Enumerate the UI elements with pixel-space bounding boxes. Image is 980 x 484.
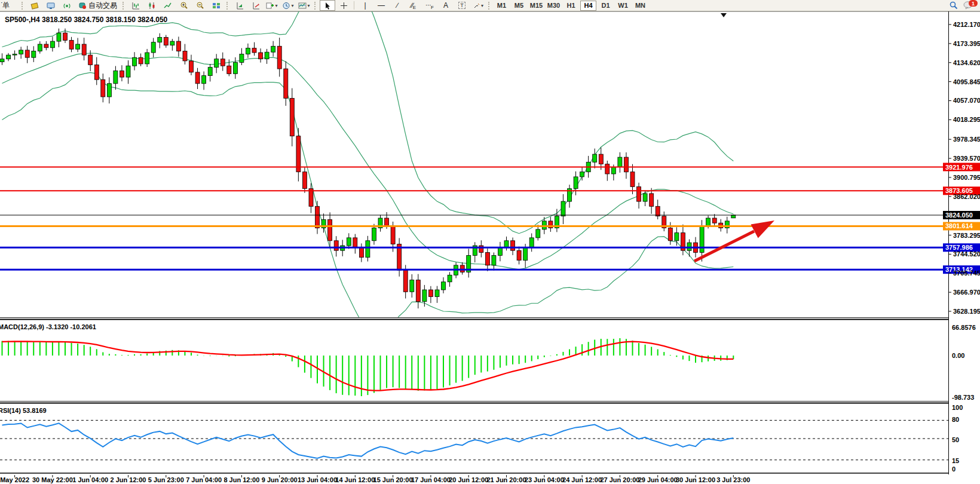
svg-text:3939.570: 3939.570 — [953, 155, 980, 162]
svg-text:15 Jun 20:00: 15 Jun 20:00 — [373, 476, 413, 483]
bar-chart-button[interactable] — [128, 0, 143, 11]
svg-text:3705.745: 3705.745 — [953, 269, 980, 277]
timeframe-W1[interactable]: W1 — [615, 1, 631, 11]
svg-text:0: 0 — [952, 465, 956, 473]
candlesticks-layer — [0, 29, 736, 309]
tile-windows-button[interactable] — [209, 0, 224, 11]
arrows-tool-button[interactable]: ▾ — [470, 0, 486, 11]
line-chart-button[interactable] — [160, 0, 176, 11]
timeframe-H4[interactable]: H4 — [580, 1, 596, 11]
template-icon — [298, 2, 307, 10]
chart-area[interactable]: 3921.9763873.6053801.6143757.9863713.142… — [0, 0, 980, 484]
bar-chart-icon — [131, 2, 140, 10]
svg-text:15: 15 — [952, 457, 959, 464]
svg-text:100: 100 — [952, 404, 963, 411]
zoom-out-icon — [196, 2, 204, 10]
chart-period-button[interactable]: ▾ — [280, 0, 296, 11]
fibonacci-tool-button[interactable]: ⋯F — [422, 0, 437, 11]
signal-icon — [63, 2, 71, 10]
toolbar-grip[interactable] — [226, 2, 229, 10]
svg-text:20 Jun 12:00: 20 Jun 12:00 — [449, 476, 488, 483]
crosshair-tool-button[interactable] — [336, 0, 351, 11]
text-tool-button[interactable]: A — [438, 0, 454, 11]
search-button[interactable] — [945, 0, 961, 11]
indicator-list-icon — [235, 2, 244, 10]
vertical-line-icon: | — [364, 2, 366, 9]
svg-text:5 Jun 23:00: 5 Jun 23:00 — [148, 476, 184, 483]
toolbar-grip[interactable] — [122, 2, 125, 10]
zoom-in-icon — [180, 2, 188, 10]
svg-text:1 Jun 04:00: 1 Jun 04:00 — [72, 476, 108, 483]
auto-trading-label: 自动交易 — [88, 1, 117, 11]
svg-text:80: 80 — [952, 416, 959, 423]
timeframe-M15[interactable]: M15 — [528, 1, 544, 11]
timeframe-M1[interactable]: M1 — [494, 1, 510, 11]
horizontal-line-tool-button[interactable]: — — [373, 0, 389, 11]
svg-text:4018.295: 4018.295 — [953, 116, 980, 123]
svg-text:21 Jun 20:00: 21 Jun 20:00 — [486, 476, 526, 483]
svg-text:27 Jun 20:00: 27 Jun 20:00 — [600, 476, 639, 483]
tile-windows-icon — [212, 2, 220, 10]
chevron-down-icon: ▾ — [275, 3, 277, 8]
new-order-button[interactable] — [27, 0, 42, 11]
rsi-line — [2, 423, 734, 458]
horizontal-line-icon: — — [378, 2, 385, 9]
terminal-button[interactable] — [43, 0, 59, 11]
new-chart-button[interactable]: ▾ — [264, 0, 280, 11]
cursor-tool-button[interactable] — [320, 0, 335, 11]
toolbar-right-group: 1 — [945, 0, 979, 11]
chart-template-button[interactable]: ▾ — [296, 0, 312, 11]
timeframe-MN[interactable]: MN — [632, 1, 648, 11]
timeframe-M30[interactable]: M30 — [546, 1, 562, 11]
trendline-icon: ∕ — [397, 2, 398, 9]
chevron-down-icon: ▾ — [307, 3, 310, 8]
svg-text:3978.345: 3978.345 — [953, 136, 980, 143]
rsi-label: RSI(14) 53.8169 — [0, 407, 47, 414]
orders-button[interactable]: 订单 — [1, 1, 19, 10]
svg-text:3900.795: 3900.795 — [953, 174, 980, 181]
orders-button-label: 订单 — [1, 1, 10, 10]
timeframe-H1[interactable]: H1 — [563, 1, 579, 11]
toolbar-grip[interactable] — [22, 2, 24, 10]
svg-text:50: 50 — [952, 436, 959, 443]
indicator-cursor-button[interactable] — [248, 0, 264, 11]
timeframe-toolbar: M1M5M15M30H1H4D1W1MN — [494, 1, 648, 11]
vertical-line-tool-button[interactable]: | — [357, 0, 373, 11]
cursor-icon — [324, 2, 331, 10]
svg-text:8 Jun 12:00: 8 Jun 12:00 — [223, 476, 259, 483]
svg-text:14 Jun 12:00: 14 Jun 12:00 — [335, 476, 375, 483]
svg-text:3744.520: 3744.520 — [953, 250, 980, 258]
zoom-in-button[interactable] — [176, 0, 192, 11]
date-axis[interactable]: May 202230 May 22:001 Jun 04:002 Jun 12:… — [0, 475, 750, 483]
chevron-down-icon: ▾ — [291, 3, 293, 8]
svg-text:4173.395: 4173.395 — [953, 40, 980, 47]
notifications-button[interactable]: 1 — [963, 1, 976, 10]
candlestick-chart-button[interactable] — [144, 0, 160, 11]
indicator-cursor-icon — [252, 2, 260, 10]
text-label-tool-button[interactable]: T — [454, 0, 470, 11]
trendline-tool-button[interactable]: ∕ — [390, 0, 405, 11]
toolbar-grip[interactable] — [488, 2, 491, 10]
chevron-down-icon: ▾ — [481, 3, 483, 8]
svg-text:May 2022: May 2022 — [0, 476, 29, 483]
svg-text:3921.976: 3921.976 — [945, 164, 973, 171]
auto-trading-button[interactable]: 自动交易 — [75, 0, 120, 11]
indicator-list-button[interactable] — [232, 0, 247, 11]
svg-text:4057.070: 4057.070 — [953, 97, 980, 104]
toolbar-grip[interactable] — [314, 2, 317, 10]
timeframe-D1[interactable]: D1 — [598, 1, 614, 11]
signal-button[interactable] — [59, 0, 75, 11]
svg-text:7 Jun 04:00: 7 Jun 04:00 — [186, 476, 222, 483]
new-chart-icon — [266, 2, 274, 10]
channel-tool-button[interactable]: ∕∕E — [406, 0, 421, 11]
svg-text:13 Jun 04:00: 13 Jun 04:00 — [298, 476, 337, 483]
svg-text:3783.295: 3783.295 — [953, 232, 980, 239]
zoom-out-button[interactable] — [192, 0, 208, 11]
text-tool-icon: A — [443, 2, 448, 9]
macd-label: MACD(12,26,9) -3.1320 -10.2061 — [0, 323, 96, 330]
svg-text:4134.620: 4134.620 — [953, 59, 980, 66]
bollinger-bands-layer — [2, 0, 734, 330]
svg-text:17 Jun 04:00: 17 Jun 04:00 — [411, 476, 451, 483]
svg-text:29 Jun 04:00: 29 Jun 04:00 — [638, 476, 678, 483]
timeframe-M5[interactable]: M5 — [511, 1, 527, 11]
